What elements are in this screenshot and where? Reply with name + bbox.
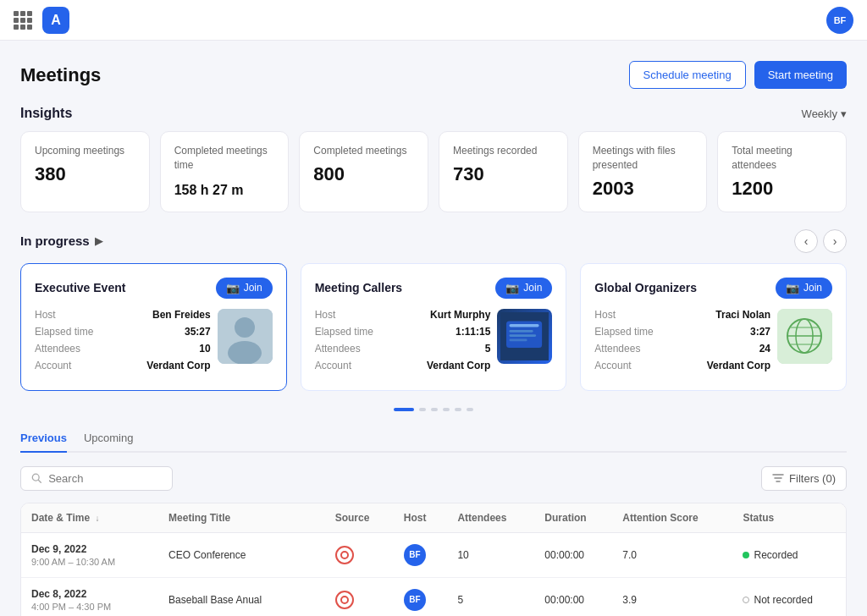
meeting-tabs: Previous Upcoming	[20, 425, 847, 453]
cell-score-2: 3.9	[612, 577, 732, 616]
chevron-right-icon: ▶	[95, 235, 102, 247]
filter-icon	[772, 472, 784, 484]
join-button-1[interactable]: 📷 Join	[216, 278, 273, 299]
stat-label-attendees: Total meeting attendees	[732, 144, 832, 173]
meeting-details-2: Host Kurt Murphy Elapsed time 1:11:15 At…	[315, 309, 491, 377]
col-source[interactable]: Source	[325, 503, 394, 533]
dot-5[interactable]	[455, 408, 461, 411]
app-grid-icon[interactable]	[14, 11, 32, 30]
cell-score-1: 7.0	[612, 532, 732, 577]
stat-cards: Upcoming meetings 380 Completed meetings…	[20, 131, 847, 212]
stat-value-recorded: 730	[453, 163, 554, 185]
meeting-thumbnail-1	[218, 309, 273, 364]
meeting-card-executive-event: Executive Event 📷 Join Host Ben Freides …	[20, 263, 287, 391]
meetings-table: Date & Time ↓ Meeting Title Source Host …	[20, 503, 847, 616]
cell-duration-2: 00:00:00	[534, 577, 612, 616]
col-host[interactable]: Host	[394, 503, 448, 533]
search-icon	[31, 472, 41, 484]
tab-upcoming[interactable]: Upcoming	[84, 425, 134, 453]
svg-rect-5	[510, 324, 539, 327]
cell-source-2	[325, 577, 394, 616]
main-content: Meetings Schedule meeting Start meeting …	[0, 41, 867, 616]
cell-attendees-2: 5	[447, 577, 534, 616]
col-attendees[interactable]: Attendees	[447, 503, 534, 533]
header-actions: Schedule meeting Start meeting	[629, 61, 847, 89]
cell-title-2: Baseball Base Anual	[158, 577, 325, 616]
sort-icon-datetime: ↓	[95, 514, 99, 523]
col-status[interactable]: Status	[732, 503, 846, 533]
col-duration[interactable]: Duration	[534, 503, 612, 533]
info-host-3: Host Traci Nolan	[594, 309, 770, 321]
info-account-1: Account Verdant Corp	[35, 360, 211, 371]
schedule-meeting-button[interactable]: Schedule meeting	[629, 61, 746, 89]
svg-point-1	[235, 317, 255, 338]
meeting-thumbnail-3	[777, 309, 832, 364]
cell-host-2: BF	[394, 577, 448, 616]
cell-datetime-1: Dec 9, 2022 9:00 AM – 10:30 AM	[21, 532, 158, 577]
dot-3[interactable]	[431, 408, 438, 411]
info-elapsed-2: Elapsed time 1:11:15	[315, 326, 491, 338]
meeting-name-2: Meeting Callers	[315, 281, 402, 294]
stat-value-completed: 800	[313, 163, 414, 185]
search-box[interactable]	[20, 466, 173, 491]
globe-thumbnail-svg	[777, 309, 832, 364]
stat-label-time: Completed meetings time	[174, 144, 275, 173]
dot-6[interactable]	[467, 408, 473, 411]
join-icon-3: 📷	[786, 282, 799, 294]
stat-card-files: Meetings with files presented 2003	[578, 131, 708, 212]
dot-1[interactable]	[394, 408, 414, 411]
status-label-1: Recorded	[754, 549, 798, 561]
stat-card-time: Completed meetings time 158 h 27 m	[160, 131, 290, 212]
info-elapsed-1: Elapsed time 35:27	[35, 326, 211, 338]
dot-2[interactable]	[419, 408, 426, 411]
source-icon-1	[335, 546, 354, 564]
next-arrow-button[interactable]: ›	[823, 229, 847, 253]
col-title[interactable]: Meeting Title	[158, 503, 325, 533]
filters-label: Filters (0)	[789, 472, 836, 485]
status-label-2: Not recorded	[754, 594, 812, 606]
info-attendees-2: Attendees 5	[315, 343, 491, 355]
svg-line-16	[38, 480, 41, 482]
status-dot-not-recorded-2	[743, 597, 749, 603]
tab-previous[interactable]: Previous	[20, 425, 67, 453]
info-host-2: Host Kurt Murphy	[315, 309, 491, 321]
col-datetime[interactable]: Date & Time ↓	[21, 503, 158, 533]
user-avatar[interactable]: BF	[826, 7, 853, 34]
meetings-table-inner: Date & Time ↓ Meeting Title Source Host …	[21, 503, 846, 616]
meeting-card-header-3: Global Organizers 📷 Join	[594, 278, 832, 299]
source-icon-2	[335, 591, 354, 609]
prev-arrow-button[interactable]: ‹	[794, 229, 818, 253]
svg-rect-7	[510, 334, 537, 337]
join-icon-1: 📷	[226, 282, 240, 294]
book-thumbnail-svg	[500, 309, 549, 364]
info-host-1: Host Ben Freides	[35, 309, 211, 321]
meeting-card-header-1: Executive Event 📷 Join	[35, 278, 273, 299]
page-title: Meetings	[20, 64, 101, 86]
join-button-3[interactable]: 📷 Join	[776, 278, 832, 299]
carousel-nav: ‹ ›	[794, 229, 847, 253]
insights-header: Insights Weekly ▾	[20, 106, 847, 121]
search-input[interactable]	[48, 472, 162, 485]
stat-card-attendees: Total meeting attendees 1200	[717, 131, 847, 212]
join-button-2[interactable]: 📷 Join	[495, 278, 552, 299]
search-filter-row: Filters (0)	[20, 466, 847, 491]
nav-left: A	[14, 7, 69, 34]
stat-value-files: 2003	[593, 178, 693, 200]
svg-rect-8	[510, 338, 527, 341]
cell-duration-1: 00:00:00	[534, 532, 612, 577]
meeting-card-header-2: Meeting Callers 📷 Join	[315, 278, 553, 299]
dot-4[interactable]	[443, 408, 450, 411]
col-score[interactable]: Attention Score	[612, 503, 732, 533]
host-avatar-1: BF	[404, 544, 426, 566]
table-row: Dec 9, 2022 9:00 AM – 10:30 AM CEO Confe…	[21, 532, 846, 577]
carousel-dots	[20, 408, 847, 411]
cell-datetime-2: Dec 8, 2022 4:00 PM – 4:30 PM	[21, 577, 158, 616]
filters-button[interactable]: Filters (0)	[761, 466, 847, 491]
stat-label-completed: Completed meetings	[313, 144, 414, 158]
page-header: Meetings Schedule meeting Start meeting	[20, 61, 847, 89]
period-selector[interactable]: Weekly ▾	[802, 107, 847, 120]
stat-value-upcoming: 380	[35, 163, 135, 185]
start-meeting-button[interactable]: Start meeting	[754, 61, 847, 89]
stat-label-recorded: Meetings recorded	[453, 144, 554, 158]
stat-label-upcoming: Upcoming meetings	[35, 144, 135, 158]
